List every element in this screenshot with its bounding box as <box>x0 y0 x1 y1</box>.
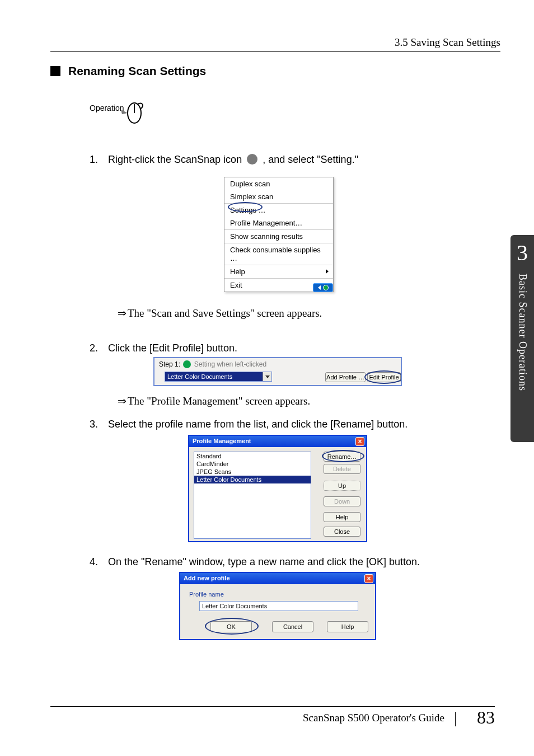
step-4: 4. On the "Rename" window, type a new na… <box>90 556 420 568</box>
step-1-text-pre: Right-click the ScanSnap icon <box>108 154 245 165</box>
result-arrow-icon: ⇒ <box>118 307 127 319</box>
menu-help-label: Help <box>230 267 245 276</box>
list-item[interactable]: Standard <box>194 452 311 460</box>
result-2-text: The "Profile Management" screen appears. <box>128 395 310 407</box>
add-profile-button[interactable]: Add Profile … <box>325 372 366 382</box>
strip-step-desc: Setting when left-clicked <box>194 360 266 368</box>
chapter-side-tab: 3 Basic Scanner Operations <box>510 235 534 442</box>
step-1-number: 1. <box>90 154 105 166</box>
rename-button[interactable]: Rename… <box>324 452 360 462</box>
add-new-profile-window: Add new profile × Profile name Letter Co… <box>179 572 376 640</box>
menu-simplex-scan[interactable]: Simplex scan <box>224 190 333 203</box>
chapter-number: 3 <box>510 235 534 266</box>
profile-management-window: Profile Management × Standard CardMinder… <box>188 435 367 542</box>
profile-combo-value: Letter Color Documents <box>167 373 232 380</box>
operation-label: Operation <box>90 104 124 112</box>
footer-divider <box>455 712 456 726</box>
menu-help[interactable]: Help <box>224 265 333 278</box>
section-heading: Renaming Scan Settings <box>50 64 206 78</box>
menu-profile-management[interactable]: Profile Management… <box>224 217 333 229</box>
result-1: ⇒The "Scan and Save Settings" screen app… <box>118 307 322 320</box>
anp-titlebar: Add new profile × <box>180 573 375 584</box>
up-button[interactable]: Up <box>324 481 360 491</box>
delete-button[interactable]: Delete <box>324 464 360 474</box>
help-button[interactable]: Help <box>327 621 368 632</box>
operation-badge: Operation <box>90 103 124 113</box>
pm-titlebar: Profile Management × <box>189 436 366 447</box>
result-2: ⇒The "Profile Management" screen appears… <box>118 395 310 407</box>
profile-listbox[interactable]: Standard CardMinder JPEG Scans Letter Co… <box>194 452 311 539</box>
close-icon[interactable]: × <box>355 437 364 446</box>
pm-title: Profile Management <box>193 438 251 444</box>
menu-duplex-scan[interactable]: Duplex scan <box>224 177 333 190</box>
result-arrow-icon: ⇒ <box>118 395 127 407</box>
close-button[interactable]: Close <box>324 527 360 537</box>
list-item[interactable]: CardMinder <box>194 460 311 468</box>
step-2-number: 2. <box>90 342 105 354</box>
settings-strip: Step 1: Setting when left-clicked Letter… <box>153 357 402 386</box>
anp-title: Add new profile <box>184 575 230 581</box>
profile-combo[interactable]: Letter Color Documents <box>165 372 272 382</box>
step-3-text: Select the profile name from the list, a… <box>108 419 407 430</box>
heading-square-icon <box>50 66 60 76</box>
tray-scansnap-icon <box>323 285 329 290</box>
combo-dropdown-icon[interactable] <box>263 372 271 381</box>
header-rule <box>50 51 500 52</box>
mouse-icon <box>120 101 143 125</box>
page-number: 83 <box>477 707 495 728</box>
help-button[interactable]: Help <box>324 512 360 522</box>
footer-guide-name: ScanSnap S500 Operator's Guide <box>303 712 444 724</box>
result-1-text: The "Scan and Save Settings" screen appe… <box>128 307 322 319</box>
menu-settings[interactable]: Settings … <box>224 204 333 217</box>
step-1-text-post: , and select "Setting." <box>263 154 358 165</box>
step-2: 2. Click the [Edit Profile] button. <box>90 342 237 354</box>
profile-name-label: Profile name <box>189 591 224 598</box>
cancel-button[interactable]: Cancel <box>272 621 313 632</box>
ok-button[interactable]: OK <box>210 621 252 632</box>
heading-text: Renaming Scan Settings <box>68 64 206 77</box>
strip-step-label-row: Step 1: Setting when left-clicked <box>154 358 401 369</box>
menu-check-supplies[interactable]: Check consumable supplies … <box>224 243 333 265</box>
tray-chevron-icon <box>318 285 321 290</box>
step-4-text: On the "Rename" window, type a new name … <box>108 556 420 567</box>
system-tray-icon <box>313 283 333 292</box>
footer-rule <box>50 706 495 707</box>
menu-show-results[interactable]: Show scanning results <box>224 230 333 243</box>
submenu-arrow-icon <box>326 269 329 274</box>
close-icon[interactable]: × <box>364 574 373 583</box>
step-1: 1. Right-click the ScanSnap icon , and s… <box>90 154 358 166</box>
scansnap-small-icon <box>183 360 191 368</box>
scansnap-tray-icon <box>247 154 257 165</box>
context-menu: Duplex scan Simplex scan Settings … Prof… <box>224 177 334 292</box>
strip-step-label: Step 1: <box>159 360 180 368</box>
header-section-ref: 3.5 Saving Scan Settings <box>395 36 500 49</box>
profile-name-input[interactable]: Letter Color Documents <box>199 601 358 611</box>
chapter-title: Basic Scanner Operations <box>517 274 528 391</box>
down-button[interactable]: Down <box>324 496 360 506</box>
list-item[interactable]: JPEG Scans <box>194 468 311 476</box>
list-item-selected[interactable]: Letter Color Documents <box>194 476 311 483</box>
step-4-number: 4. <box>90 556 105 568</box>
step-3: 3. Select the profile name from the list… <box>90 419 407 430</box>
step-3-number: 3. <box>90 419 105 430</box>
edit-profile-button[interactable]: Edit Profile … <box>367 372 401 382</box>
step-2-text: Click the [Edit Profile] button. <box>108 342 237 354</box>
